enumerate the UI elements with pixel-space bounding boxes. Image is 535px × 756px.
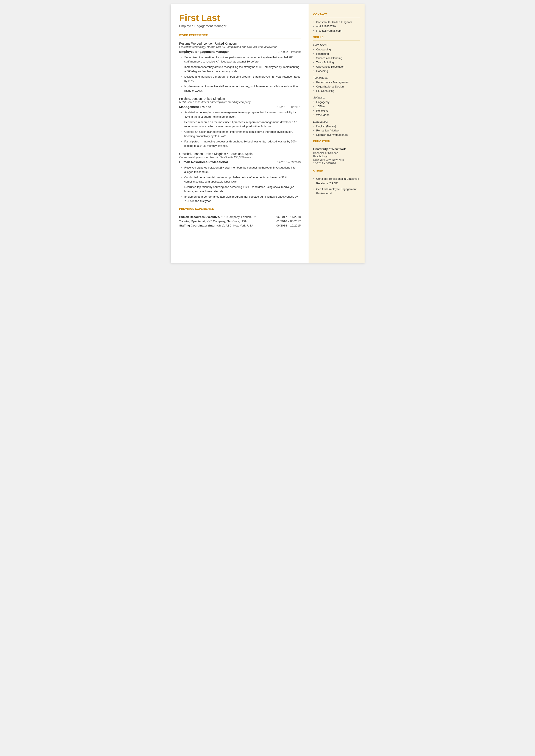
- bullet-list-2: Assisted in developing a new management …: [179, 110, 301, 148]
- technique-2: Organizational Design: [313, 85, 360, 88]
- prev-dates-1: 06/2017 – 11/2018: [276, 215, 301, 218]
- work-divider: [179, 39, 301, 39]
- bullet-3-3: Recruited top talent by sourcing and scr…: [182, 185, 301, 193]
- other-item-1: Certified Professional in Employee Relat…: [313, 177, 360, 186]
- job-header-3: Human Resources Professional 12/2018 – 0…: [179, 160, 301, 164]
- hard-skill-3: Succession Planning: [313, 56, 360, 60]
- other-item-2: Certified Employee Engagement Profession…: [313, 187, 360, 196]
- prev-exp-row-2: Training Specialist, XYZ Company, New Yo…: [179, 220, 301, 223]
- language-2: Romanian (Native): [313, 129, 360, 132]
- hard-skills-label: Hard Skills:: [313, 43, 360, 46]
- edu-school: University of New York: [313, 147, 360, 151]
- technique-3: HR Consulting: [313, 89, 360, 93]
- techniques-label: Techniques:: [313, 76, 360, 79]
- job-title-2: Management Trainee: [179, 105, 211, 109]
- company-desc-3: Career training and membership SaaS with…: [179, 155, 301, 159]
- sidebar-column: CONTACT Portsmouth, United Kingdom +44 1…: [309, 4, 365, 263]
- company-desc-1: Education technology startup with 50+ em…: [179, 45, 301, 48]
- skills-header: SKILLS: [313, 36, 360, 39]
- software-label: Software:: [313, 96, 360, 99]
- languages-list: English (Native) Romanian (Native) Spani…: [313, 125, 360, 136]
- previous-experience-header: PREVIOUS EXPERIENCE: [179, 207, 301, 210]
- company-name-3: Growthsi, London, United Kingdom & Barce…: [179, 152, 301, 155]
- bullet-3-2: Conducted departmental probes on probabl…: [182, 175, 301, 183]
- bullet-list-3: Resolved disputes between 28+ staff memb…: [179, 165, 301, 203]
- edu-degree: Bachelor of Science: [313, 151, 360, 154]
- job-dates-1: 01/2022 – Present: [278, 50, 300, 53]
- bullet-1-2: Increased transparency around recognizin…: [182, 65, 301, 73]
- edu-dates: 10/2011 - 06/2014: [313, 162, 360, 165]
- company-name-1: Resume Worded, London, United Kingdom: [179, 42, 301, 45]
- software-1: Engagedly: [313, 100, 360, 104]
- company-name-2: Polyhire, London, United Kingdom: [179, 97, 301, 100]
- other-header: OTHER: [313, 169, 360, 172]
- bullet-2-4: Participated in improving processes thro…: [182, 139, 301, 148]
- main-column: First Last Employee Engagement Manager W…: [171, 4, 309, 263]
- candidate-title: Employee Engagement Manager: [179, 24, 301, 28]
- candidate-name: First Last: [179, 13, 301, 23]
- resume-container: First Last Employee Engagement Manager W…: [171, 4, 365, 263]
- prev-rest-3: ABC, New York, USA: [225, 224, 253, 227]
- prev-bold-2: Training Specialist,: [179, 220, 206, 223]
- contact-list: Portsmouth, United Kingdom +44 123456789…: [313, 20, 360, 32]
- prev-dates-2: 01/2016 – 05/2017: [276, 220, 301, 223]
- edu-field: Psychology: [313, 155, 360, 158]
- other-content: Certified Professional in Employee Relat…: [313, 177, 360, 196]
- job-header-1: Employee Engagement Manager 01/2022 – Pr…: [179, 50, 301, 53]
- software-2: 15Five: [313, 105, 360, 108]
- skills-divider: [313, 41, 360, 41]
- company-bold-1: Resume Worded,: [179, 42, 203, 45]
- hard-skill-1: Onboarding: [313, 48, 360, 51]
- job-dates-3: 12/2018 – 09/2019: [277, 160, 300, 164]
- hard-skills-list: Onboarding Recruiting Succession Plannin…: [313, 48, 360, 72]
- hard-skill-4: Team Building: [313, 61, 360, 64]
- edu-location: New York City, New York: [313, 158, 360, 161]
- contact-phone: +44 123456789: [313, 25, 360, 28]
- prev-rest-1: ABC Company, London, UK: [220, 215, 257, 218]
- techniques-list: Performance Management Organizational De…: [313, 81, 360, 93]
- education-header: EDUCATION: [313, 140, 360, 143]
- company-bold-2: Polyhire,: [179, 97, 191, 100]
- job-block-1: Resume Worded, London, United Kingdom Ed…: [179, 42, 301, 93]
- hard-skill-5: Grievances Resolution: [313, 65, 360, 68]
- prev-exp-row-1: Human Resources Executive, ABC Company, …: [179, 215, 301, 218]
- education-divider: [313, 145, 360, 145]
- prev-exp-row-3: Staffing Coordinator (Internship), ABC, …: [179, 224, 301, 227]
- company-rest-1: London, United Kingdom: [203, 42, 237, 45]
- job-header-2: Management Trainee 10/2019 – 12/2021: [179, 105, 301, 109]
- prev-exp-title-1: Human Resources Executive, ABC Company, …: [179, 215, 257, 218]
- software-3: Reflektive: [313, 109, 360, 112]
- languages-label: Languages:: [313, 120, 360, 123]
- job-block-3: Growthsi, London, United Kingdom & Barce…: [179, 152, 301, 203]
- hard-skill-6: Coaching: [313, 70, 360, 72]
- work-experience-header: WORK EXPERIENCE: [179, 34, 301, 37]
- bullet-1-1: Supervised the creation of a unique perf…: [182, 55, 301, 64]
- language-3: Spanish (Conversational): [313, 133, 360, 136]
- software-list: Engagedly 15Five Reflektive Weekdone: [313, 100, 360, 117]
- prev-bold-1: Human Resources Executive,: [179, 215, 220, 218]
- contact-address: Portsmouth, United Kingdom: [313, 20, 360, 24]
- company-desc-2: NYSE-listed recruitment and employer bra…: [179, 100, 301, 104]
- prev-exp-title-2: Training Specialist, XYZ Company, New Yo…: [179, 220, 247, 223]
- bullet-2-3: Created an action plan to implement impr…: [182, 130, 301, 138]
- bullet-3-1: Resolved disputes between 28+ staff memb…: [182, 165, 301, 174]
- bullet-1-4: Implemented an innovative staff engageme…: [182, 84, 301, 93]
- contact-email: first.last@gmail.com: [313, 29, 360, 32]
- bullet-2-2: Performed research on the most useful pr…: [182, 120, 301, 128]
- contact-header: CONTACT: [313, 13, 360, 16]
- job-block-2: Polyhire, London, United Kingdom NYSE-li…: [179, 97, 301, 148]
- prev-rest-2: XYZ Company, New York, USA: [206, 220, 247, 223]
- other-divider: [313, 174, 360, 174]
- bullet-3-4: Implemented a performance appraisal prog…: [182, 195, 301, 203]
- job-title-3: Human Resources Professional: [179, 160, 228, 164]
- prev-dates-3: 06/2014 – 12/2015: [276, 224, 301, 227]
- bullet-2-1: Assisted in developing a new management …: [182, 110, 301, 119]
- job-title-1: Employee Engagement Manager: [179, 50, 229, 53]
- company-rest-3: London, United Kingdom & Barcelona, Spai…: [192, 152, 253, 155]
- prev-bold-3: Staffing Coordinator (Internship),: [179, 224, 225, 227]
- company-rest-2: London, United Kingdom: [191, 97, 225, 100]
- software-4: Weekdone: [313, 113, 360, 117]
- bullet-1-3: Devised and launched a thorough onboardi…: [182, 74, 301, 83]
- job-dates-2: 10/2019 – 12/2021: [277, 105, 300, 109]
- language-1: English (Native): [313, 125, 360, 128]
